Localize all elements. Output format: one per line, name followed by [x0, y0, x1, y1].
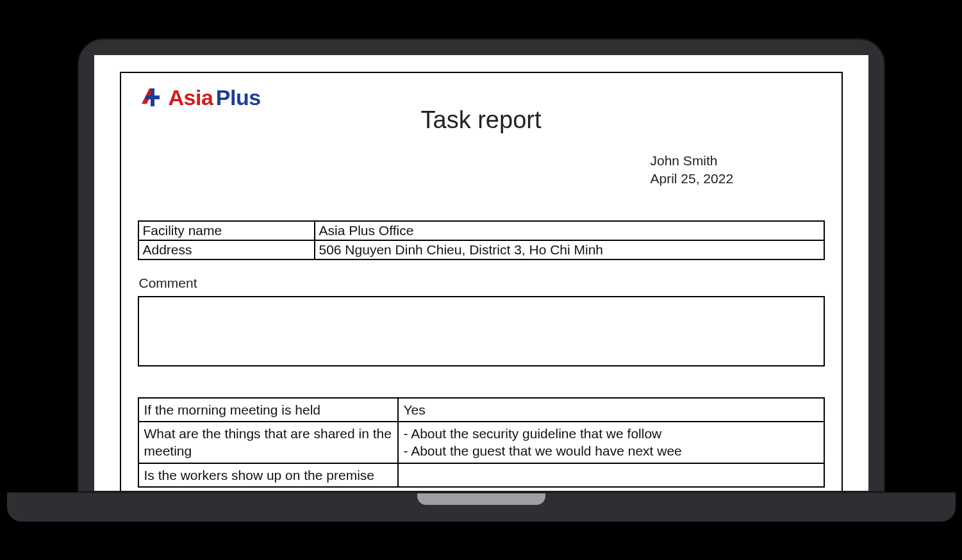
logo-text-asia: Asia: [169, 85, 213, 110]
document-meta: John Smith April 25, 2022: [651, 152, 825, 188]
table-row: What are the things that are shared in t…: [138, 422, 824, 463]
qa-answer: Yes: [398, 398, 824, 422]
logo-text-plus: Plus: [216, 85, 261, 110]
table-row: Address 506 Nguyen Dinh Chieu, District …: [138, 240, 824, 259]
info-value: Asia Plus Office: [315, 221, 824, 240]
laptop-base: [7, 492, 956, 522]
laptop-notch: [417, 493, 545, 505]
laptop-screen: Asia Plus Task report John Smith April 2…: [94, 55, 868, 491]
qa-table: If the morning meeting is held Yes What …: [138, 397, 825, 488]
table-row: Is the workers show up on the premise: [138, 463, 824, 487]
info-value: 506 Nguyen Dinh Chieu, District 3, Ho Ch…: [315, 240, 824, 259]
document-inner: Asia Plus Task report John Smith April 2…: [120, 72, 843, 491]
info-label: Facility name: [138, 221, 315, 240]
table-row: If the morning meeting is held Yes: [138, 398, 824, 422]
qa-question: Is the workers show up on the premise: [138, 463, 398, 487]
qa-question: If the morning meeting is held: [138, 398, 398, 422]
info-table: Facility name Asia Plus Office Address 5…: [138, 220, 825, 260]
qa-question: What are the things that are shared in t…: [138, 422, 398, 463]
document-title: Task report: [138, 106, 825, 134]
info-label: Address: [138, 240, 315, 259]
comment-label: Comment: [138, 276, 825, 291]
document: Asia Plus Task report John Smith April 2…: [94, 55, 868, 491]
qa-answer: - About the security guideline that we f…: [398, 422, 824, 463]
qa-answer: [398, 463, 824, 487]
comment-box: [138, 296, 825, 366]
laptop-screen-frame: Asia Plus Task report John Smith April 2…: [78, 38, 885, 492]
logo-icon: [138, 85, 163, 110]
table-row: Facility name Asia Plus Office: [138, 221, 824, 240]
svg-rect-1: [145, 95, 160, 99]
laptop-mockup: Asia Plus Task report John Smith April 2…: [78, 38, 885, 522]
report-date: April 25, 2022: [651, 170, 825, 188]
author-name: John Smith: [651, 152, 825, 170]
